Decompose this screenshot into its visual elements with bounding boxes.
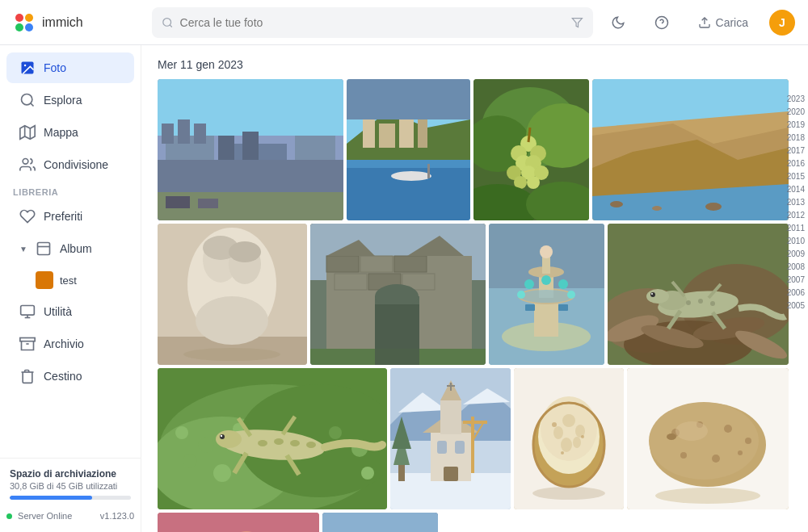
svg-rect-87 <box>394 256 427 272</box>
svg-rect-40 <box>363 119 375 148</box>
photo-beach[interactable] <box>592 79 789 220</box>
photo-potato-half[interactable] <box>514 368 624 509</box>
svg-point-200 <box>745 438 751 444</box>
help-icon <box>654 15 669 30</box>
sidebar-label-esplora: Esplora <box>44 94 82 107</box>
sidebar-item-album[interactable]: ▼ Album <box>6 233 134 264</box>
svg-rect-32 <box>218 136 234 160</box>
filter-icon[interactable] <box>571 16 583 29</box>
svg-point-108 <box>541 275 551 285</box>
svg-point-124 <box>646 289 669 304</box>
svg-rect-29 <box>162 124 174 144</box>
svg-point-132 <box>698 299 703 304</box>
sidebar-item-condivisione[interactable]: Condivisione <box>6 149 134 180</box>
photo-blue-object[interactable] <box>322 513 438 532</box>
photo-castle[interactable] <box>158 79 343 220</box>
svg-point-153 <box>274 438 284 445</box>
sidebar-item-cestino[interactable]: Cestino <box>6 361 134 392</box>
explore-icon <box>19 92 36 108</box>
upload-button[interactable]: Carica <box>690 11 756 34</box>
help-button[interactable] <box>646 10 677 35</box>
sidebar-item-preferiti[interactable]: Preferiti <box>6 201 134 232</box>
svg-point-139 <box>198 437 214 453</box>
photo-church-winter[interactable] <box>390 368 511 509</box>
search-input[interactable] <box>180 16 565 29</box>
sidebar-item-test-album[interactable]: test <box>6 266 134 295</box>
search-bar[interactable] <box>152 7 593 38</box>
svg-point-154 <box>290 440 300 446</box>
year-2005[interactable]: 2005 <box>787 300 805 312</box>
svg-rect-35 <box>166 196 190 208</box>
sidebar-item-mappa[interactable]: Mappa <box>6 117 134 148</box>
year-2012[interactable]: 2012 <box>787 210 805 221</box>
photo-sculpture[interactable] <box>158 224 307 365</box>
year-2014[interactable]: 2014 <box>787 184 805 195</box>
photo-row-1 <box>158 79 795 220</box>
sidebar-item-utilita[interactable]: Utilità <box>6 296 134 327</box>
year-2011[interactable]: 2011 <box>787 223 805 234</box>
photo-icon <box>19 60 36 76</box>
photo-lizard1[interactable] <box>608 224 789 365</box>
sidebar-item-esplora[interactable]: Esplora <box>6 85 134 115</box>
year-2019[interactable]: 2019 <box>787 119 805 131</box>
year-2013[interactable]: 2013 <box>787 197 805 208</box>
photo-row-2 <box>158 224 795 365</box>
photo-lizard2[interactable] <box>158 368 387 509</box>
svg-rect-20 <box>20 338 35 341</box>
svg-point-143 <box>329 426 342 439</box>
svg-marker-12 <box>20 126 35 140</box>
photo-grapes[interactable] <box>473 79 589 220</box>
photo-flowers-img <box>158 513 319 532</box>
svg-point-130 <box>651 293 653 295</box>
year-2017[interactable]: 2017 <box>787 145 805 157</box>
year-2023[interactable]: 2023 <box>787 94 805 105</box>
svg-point-194 <box>655 488 760 504</box>
trash-icon <box>19 368 36 384</box>
svg-line-11 <box>31 103 34 107</box>
storage-label: Spazio di archiviazione <box>10 468 131 480</box>
sidebar-item-archivio[interactable]: Archivio <box>6 329 134 359</box>
svg-rect-112 <box>525 304 535 311</box>
svg-point-184 <box>562 414 575 427</box>
svg-point-105 <box>540 245 553 258</box>
svg-point-141 <box>183 454 197 468</box>
svg-point-129 <box>650 292 655 297</box>
year-2016[interactable]: 2016 <box>787 158 805 170</box>
year-2007[interactable]: 2007 <box>787 274 805 286</box>
svg-rect-33 <box>242 132 259 160</box>
svg-point-109 <box>558 279 568 289</box>
year-2020[interactable]: 2020 <box>787 107 805 118</box>
photo-potato-whole[interactable] <box>627 368 789 509</box>
svg-point-155 <box>306 442 316 448</box>
svg-point-2 <box>15 23 23 31</box>
year-2006[interactable]: 2006 <box>787 287 805 299</box>
photo-fountain[interactable] <box>489 224 604 365</box>
photo-row-3 <box>158 368 795 509</box>
header: immich Carica J <box>0 0 808 45</box>
year-2015[interactable]: 2015 <box>787 171 805 182</box>
photo-sculpture-img <box>158 224 307 365</box>
svg-point-187 <box>561 438 572 452</box>
photo-coastal[interactable] <box>347 79 470 220</box>
year-2010[interactable]: 2010 <box>787 236 805 247</box>
svg-rect-221 <box>322 513 438 532</box>
sidebar-label-mappa: Mappa <box>44 126 78 139</box>
svg-point-133 <box>710 301 715 306</box>
archive-icon <box>19 336 36 352</box>
photo-flowers[interactable] <box>158 513 319 532</box>
photo-lizard2-img <box>158 368 387 509</box>
svg-point-203 <box>738 450 743 455</box>
map-icon <box>19 124 36 140</box>
svg-point-70 <box>610 201 623 207</box>
sidebar-item-foto[interactable]: Foto <box>6 52 134 83</box>
svg-rect-42 <box>399 115 414 148</box>
library-label: LIBRERIA <box>0 181 141 200</box>
photo-ruins[interactable] <box>310 224 486 365</box>
svg-line-62 <box>528 128 530 142</box>
year-2008[interactable]: 2008 <box>787 262 805 273</box>
avatar[interactable]: J <box>769 10 795 36</box>
year-2009[interactable]: 2009 <box>787 249 805 260</box>
svg-point-80 <box>196 296 268 345</box>
year-2018[interactable]: 2018 <box>787 132 805 144</box>
dark-mode-button[interactable] <box>603 10 633 35</box>
